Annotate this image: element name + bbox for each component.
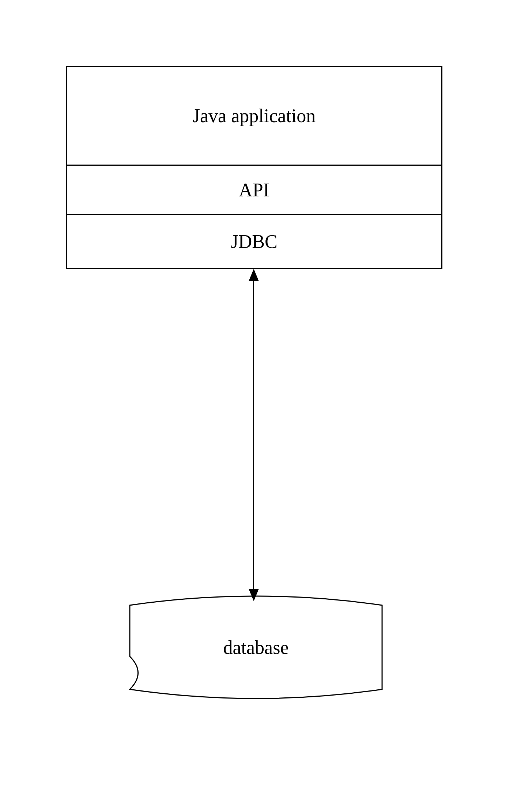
database-label-container: database: [128, 592, 384, 702]
api-layer-box: API: [67, 166, 441, 215]
database-label: database: [223, 637, 288, 658]
arrowhead-up-icon: [249, 269, 259, 281]
layer-stack: Java application API JDBC: [66, 66, 442, 269]
api-layer-label: API: [239, 179, 269, 201]
connection-arrow: [253, 276, 254, 594]
app-layer-box: Java application: [67, 67, 441, 166]
database-shape: database: [128, 592, 384, 702]
jdbc-layer-box: JDBC: [67, 215, 441, 268]
jdbc-layer-label: JDBC: [231, 231, 277, 252]
app-layer-label: Java application: [193, 105, 316, 127]
